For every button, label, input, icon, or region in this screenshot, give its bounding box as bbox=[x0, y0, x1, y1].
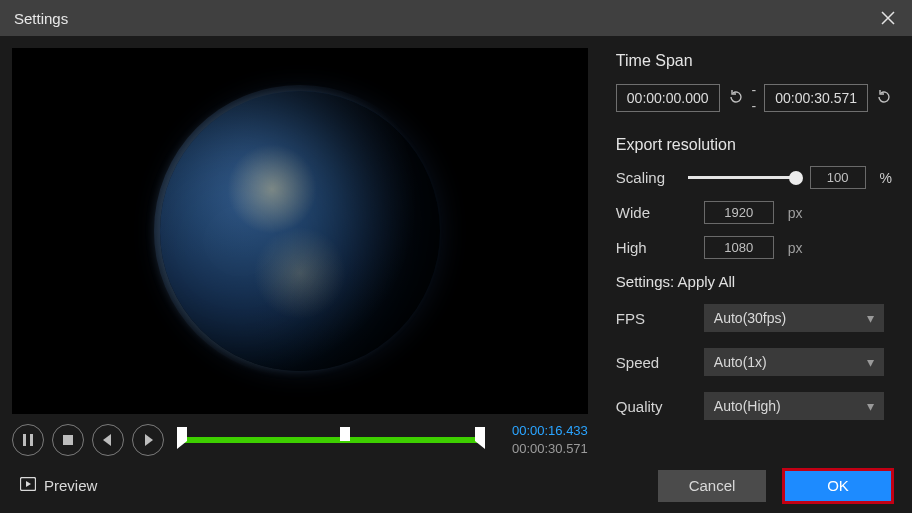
scaling-value-input[interactable]: 100 bbox=[810, 166, 866, 189]
settings-apply-header: Settings: Apply All bbox=[616, 273, 892, 290]
close-icon[interactable] bbox=[878, 8, 898, 28]
video-preview bbox=[12, 48, 588, 414]
scaling-slider[interactable] bbox=[688, 168, 796, 188]
reset-end-icon[interactable] bbox=[876, 89, 892, 108]
quality-select-value: Auto(High) bbox=[714, 398, 781, 414]
title-bar: Settings bbox=[0, 0, 912, 36]
end-time-input[interactable]: 00:00:30.571 bbox=[764, 84, 868, 112]
preview-button[interactable]: Preview bbox=[20, 477, 97, 494]
high-label: High bbox=[616, 239, 674, 256]
speed-select[interactable]: Auto(1x) ▾ bbox=[704, 348, 884, 376]
timeline-slider[interactable] bbox=[182, 422, 480, 458]
step-forward-button[interactable] bbox=[132, 424, 164, 456]
chevron-down-icon: ▾ bbox=[867, 310, 874, 326]
reset-start-icon[interactable] bbox=[728, 89, 744, 108]
chevron-down-icon: ▾ bbox=[867, 398, 874, 414]
total-time: 00:00:30.571 bbox=[488, 440, 588, 458]
px-unit: px bbox=[788, 205, 803, 221]
scaling-slider-thumb[interactable] bbox=[789, 171, 803, 185]
svg-rect-2 bbox=[63, 435, 73, 445]
play-outline-icon bbox=[20, 477, 36, 494]
px-unit-2: px bbox=[788, 240, 803, 256]
timespan-header: Time Span bbox=[616, 52, 892, 70]
current-time: 00:00:16.433 bbox=[488, 422, 588, 440]
start-time-input[interactable]: 00:00:00.000 bbox=[616, 84, 720, 112]
pause-button[interactable] bbox=[12, 424, 44, 456]
in-marker[interactable] bbox=[177, 427, 187, 441]
fps-label: FPS bbox=[616, 310, 674, 327]
fps-select[interactable]: Auto(30fps) ▾ bbox=[704, 304, 884, 332]
wide-input[interactable]: 1920 bbox=[704, 201, 774, 224]
wide-label: Wide bbox=[616, 204, 674, 221]
quality-select[interactable]: Auto(High) ▾ bbox=[704, 392, 884, 420]
fps-select-value: Auto(30fps) bbox=[714, 310, 786, 326]
high-input[interactable]: 1080 bbox=[704, 236, 774, 259]
cancel-button[interactable]: Cancel bbox=[658, 470, 766, 502]
playhead[interactable] bbox=[340, 427, 350, 441]
preview-label: Preview bbox=[44, 477, 97, 494]
earth-graphic bbox=[160, 91, 440, 371]
chevron-down-icon: ▾ bbox=[867, 354, 874, 370]
quality-label: Quality bbox=[616, 398, 674, 415]
speed-select-value: Auto(1x) bbox=[714, 354, 767, 370]
speed-label: Speed bbox=[616, 354, 674, 371]
percent-unit: % bbox=[880, 170, 892, 186]
step-back-button[interactable] bbox=[92, 424, 124, 456]
svg-rect-1 bbox=[30, 434, 33, 446]
timespan-separator: -- bbox=[752, 82, 757, 114]
scaling-label: Scaling bbox=[616, 169, 674, 186]
export-resolution-header: Export resolution bbox=[616, 136, 892, 154]
window-title: Settings bbox=[14, 10, 68, 27]
ok-button[interactable]: OK bbox=[784, 470, 892, 502]
stop-button[interactable] bbox=[52, 424, 84, 456]
svg-rect-0 bbox=[23, 434, 26, 446]
out-marker[interactable] bbox=[475, 427, 485, 441]
